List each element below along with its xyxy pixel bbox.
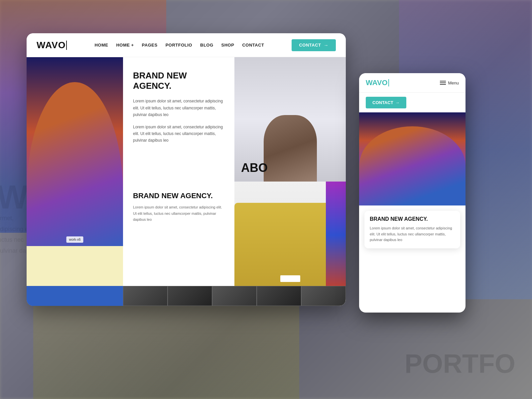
about-label: ABO <box>241 161 268 175</box>
mobile-contact-button[interactable]: CONTACT → <box>366 97 406 108</box>
desktop-right-content: BRAND NEW AGENCY. Lorem ipsum dolor sit … <box>123 57 346 306</box>
thumbnail-5 <box>301 286 346 306</box>
nav-link-home[interactable]: HOME <box>94 43 108 48</box>
mobile-navbar: WAVO Menu <box>359 73 466 93</box>
nav-links: HOME HOME + PAGES PORTFOLIO BLOG SHOP CO… <box>94 43 264 48</box>
thumbnail-3 <box>212 286 257 306</box>
mobile-logo[interactable]: WAVO <box>366 78 389 87</box>
desktop-main-content: work-x6 BRAND NEW AGENCY. Lorem ipsum do… <box>27 57 346 306</box>
mobile-logo-cursor <box>388 79 389 86</box>
nav-link-contact[interactable]: CONTACT <box>242 43 264 48</box>
logo-cursor <box>66 41 67 50</box>
mobile-menu-button[interactable]: Menu <box>440 80 459 85</box>
sofa-image <box>234 182 346 289</box>
ram-figure <box>264 115 317 182</box>
nav-link-home-plus[interactable]: HOME + <box>116 43 134 48</box>
mobile-hoodie-figure <box>359 126 466 205</box>
work-badge: work-x6 <box>66 236 83 243</box>
hero-text-panel: BRAND NEW AGENCY. Lorem ipsum dolor sit … <box>123 57 234 182</box>
blue-accent-overlay <box>326 182 346 289</box>
desktop-mockup: WAVO HOME HOME + PAGES PORTFOLIO BLOG SH… <box>27 33 346 306</box>
thumbnail-2 <box>168 286 212 306</box>
desktop-navbar: WAVO HOME HOME + PAGES PORTFOLIO BLOG SH… <box>27 33 346 57</box>
hero-paragraph-1: Lorem ipsum dolor sit amet, consectetur … <box>133 98 224 118</box>
yellow-accent-panel <box>27 246 123 286</box>
nav-link-shop[interactable]: SHOP <box>221 43 234 48</box>
thumbnail-1 <box>123 286 168 306</box>
mobile-card-title: BRAND NEW AGENCY. <box>370 216 455 222</box>
bottom-body: Lorem ipsum dolor sit amet, consectetur … <box>133 204 224 223</box>
bottom-title: BRAND NEW AGENCY. <box>133 192 224 200</box>
bg-portfolio-text: PORTFO <box>405 348 515 379</box>
ram-background: ABO <box>234 57 346 182</box>
mobile-contact-arrow-icon: → <box>395 100 400 105</box>
hero-title: BRAND NEW AGENCY. <box>133 70 224 91</box>
mobile-hero-image <box>359 112 466 205</box>
nav-contact-button[interactable]: CONTACT → <box>292 39 336 51</box>
hamburger-icon <box>440 81 446 85</box>
contact-arrow-icon: → <box>324 43 329 48</box>
desktop-logo[interactable]: WAVO <box>37 40 67 51</box>
coffee-table <box>280 275 300 282</box>
mobile-mockup: WAVO Menu CONTACT → BRAND NEW AGENCY. Lo… <box>359 73 466 313</box>
hero-paragraph-2: Lorem ipsum dolor sit amet, consectetur … <box>133 124 224 144</box>
ram-image-panel: ABO <box>234 57 346 182</box>
thumbnail-4 <box>257 286 301 306</box>
thumbnail-strip <box>123 286 346 306</box>
mobile-content-card: BRAND NEW AGENCY. Lorem ipsum dolor sit … <box>364 211 460 248</box>
nav-link-blog[interactable]: BLOG <box>200 43 213 48</box>
mobile-card-body: Lorem ipsum dolor sit amet, consectetur … <box>370 225 455 243</box>
nav-link-portfolio[interactable]: PORTFOLIO <box>166 43 192 48</box>
desktop-hero-image: work-x6 <box>27 57 123 306</box>
nav-link-pages[interactable]: PAGES <box>142 43 158 48</box>
